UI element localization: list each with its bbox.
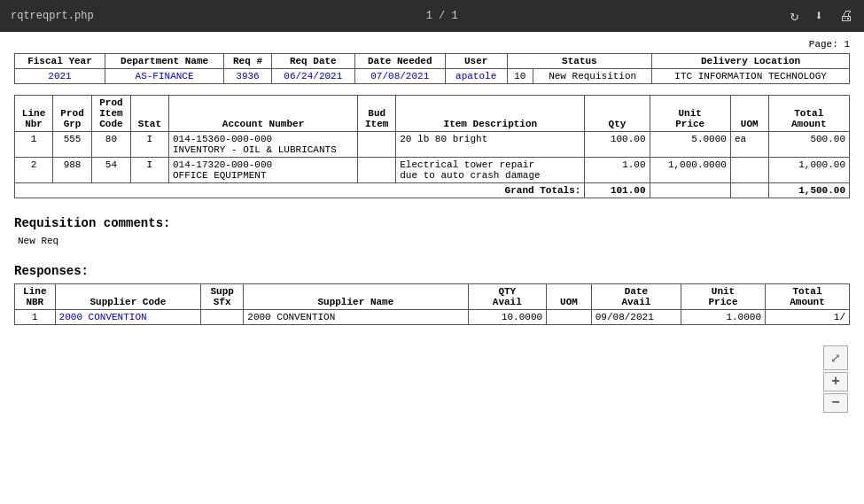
titlebar-actions: ↻ ⬇ 🖨 (790, 7, 853, 25)
row2-total-amount: 1,000.00 (768, 158, 849, 183)
response-row: 1 2000 CONVENTION 2000 CONVENTION 10.000… (15, 310, 850, 325)
row2-unit-price: 1,000.0000 (650, 158, 730, 183)
rrow1-total-amount: 1/ (766, 310, 850, 325)
row2-item-desc: Electrical tower repair due to auto cras… (396, 158, 585, 183)
row1-account-line2: INVENTORY - OIL & LUBRICANTS (173, 144, 354, 155)
grand-totals-uom (730, 183, 768, 198)
th-stat: Stat (130, 96, 168, 132)
rrow1-uom (547, 310, 592, 325)
th-prod-item-code: Prod Item Code (91, 96, 130, 132)
th-qty: Qty (585, 96, 650, 132)
col-status: Status (507, 54, 652, 69)
responses-table: Line NBR Supplier Code Supp Sfx Supplier… (14, 283, 850, 325)
th-uom: UOM (730, 96, 768, 132)
row1-total-amount: 500.00 (768, 132, 849, 158)
row2-line: 2 (15, 158, 53, 183)
val-date-needed: 07/08/2021 (354, 69, 445, 84)
titlebar: rqtreqprt.php 1 / 1 ↻ ⬇ 🖨 (0, 0, 864, 32)
grand-totals-qty: 101.00 (585, 183, 650, 198)
table-row: 2 988 54 I 014-17320-000-000 OFFICE EQUI… (15, 158, 850, 183)
col-fiscal-year: Fiscal Year (15, 54, 105, 69)
rth-uom: UOM (547, 284, 592, 310)
rth-qty-avail: QTY Avail (468, 284, 547, 310)
row2-bud-item (358, 158, 396, 183)
grand-totals-row: Grand Totals: 101.00 1,500.00 (15, 183, 850, 198)
grand-totals-label: Grand Totals: (15, 183, 585, 198)
rth-line-nbr: Line NBR (15, 284, 56, 310)
zoom-expand-button[interactable]: ⤢ (823, 345, 848, 370)
titlebar-filename: rqtreqprt.php (11, 10, 94, 22)
row2-prod-item-code: 54 (91, 158, 130, 183)
row2-uom (730, 158, 768, 183)
row2-qty: 1.00 (585, 158, 650, 183)
zoom-in-button[interactable]: + (823, 372, 848, 392)
data-table: Line Nbr Prod Grp Prod Item Code Stat Ac… (14, 95, 850, 198)
col-req-date: Req Date (271, 54, 354, 69)
download-icon[interactable]: ⬇ (814, 7, 823, 25)
th-total-amount: Total Amount (768, 96, 849, 132)
row1-prod-grp: 555 (53, 132, 92, 158)
grand-totals-unit-price (650, 183, 730, 198)
row1-account: 014-15360-000-000 INVENTORY - OIL & LUBR… (168, 132, 357, 158)
th-prod-grp: Prod Grp (53, 96, 92, 132)
rrow1-line-nbr: 1 (15, 310, 56, 325)
row2-account-line2: OFFICE EQUIPMENT (173, 170, 354, 181)
row1-qty: 100.00 (585, 132, 650, 158)
rth-unit-price: Unit Price (681, 284, 766, 310)
refresh-icon[interactable]: ↻ (790, 7, 799, 25)
col-user: User (445, 54, 507, 69)
col-dept-name: Department Name (105, 54, 223, 69)
row1-line: 1 (15, 132, 53, 158)
grand-totals-amount: 1,500.00 (768, 183, 849, 198)
responses-title: Responses: (14, 264, 850, 278)
col-delivery-location: Delivery Location (652, 54, 850, 69)
col-req-num: Req # (224, 54, 272, 69)
print-icon[interactable]: 🖨 (839, 8, 853, 25)
th-item-description: Item Description (396, 96, 585, 132)
rrow1-date-avail: 09/08/2021 (591, 310, 681, 325)
rrow1-unit-price: 1.0000 (681, 310, 766, 325)
row2-account: 014-17320-000-000 OFFICE EQUIPMENT (168, 158, 357, 183)
val-req-num: 3936 (224, 69, 272, 84)
val-delivery-location: ITC INFORMATION TECHNOLOGY (652, 69, 850, 84)
val-status-code: 10 (507, 69, 533, 84)
titlebar-pagination: 1 / 1 (426, 10, 458, 22)
th-unit-price: Unit Price (650, 96, 730, 132)
th-account-number: Account Number (168, 96, 357, 132)
val-fiscal-year: 2021 (15, 69, 105, 84)
val-status-text: New Requisition (533, 69, 652, 84)
page-label: Page: 1 (14, 39, 850, 50)
row2-account-line1: 014-17320-000-000 (173, 159, 354, 170)
row1-uom: ea (730, 132, 768, 158)
header-table: Fiscal Year Department Name Req # Req Da… (14, 53, 850, 84)
th-bud-item: Bud Item (358, 96, 396, 132)
row2-prod-grp: 988 (53, 158, 92, 183)
zoom-out-button[interactable]: − (823, 393, 848, 413)
row2-stat: I (130, 158, 168, 183)
val-dept-name: AS-FINANCE (105, 69, 223, 84)
th-line-nbr: Line Nbr (15, 96, 53, 132)
val-req-date: 06/24/2021 (271, 69, 354, 84)
rth-supp-sfx: Supp Sfx (201, 284, 244, 310)
table-row: 1 555 80 I 014-15360-000-000 INVENTORY -… (15, 132, 850, 158)
rrow1-supplier-code: 2000 CONVENTION (55, 310, 201, 325)
row1-item-desc: 20 lb 80 bright (396, 132, 585, 158)
row1-account-line1: 014-15360-000-000 (173, 134, 354, 144)
rrow1-supplier-name: 2000 CONVENTION (244, 310, 468, 325)
rth-supplier-name: Supplier Name (244, 284, 468, 310)
rrow1-supp-sfx (201, 310, 244, 325)
zoom-controls: ⤢ + − (823, 345, 848, 413)
rth-total-amount: Total Amount (766, 284, 850, 310)
row1-prod-item-code: 80 (91, 132, 130, 158)
req-comments-title: Requisition comments: (14, 216, 850, 230)
row1-bud-item (358, 132, 396, 158)
rth-supplier-code: Supplier Code (55, 284, 201, 310)
rth-date-avail: Date Avail (591, 284, 681, 310)
val-user: apatole (445, 69, 507, 84)
main-content: Page: 1 Fiscal Year Department Name Req … (0, 32, 864, 504)
row1-unit-price: 5.0000 (650, 132, 730, 158)
row1-stat: I (130, 132, 168, 158)
req-comments-text: New Req (18, 236, 850, 246)
rrow1-qty-avail: 10.0000 (468, 310, 547, 325)
col-date-needed: Date Needed (354, 54, 445, 69)
